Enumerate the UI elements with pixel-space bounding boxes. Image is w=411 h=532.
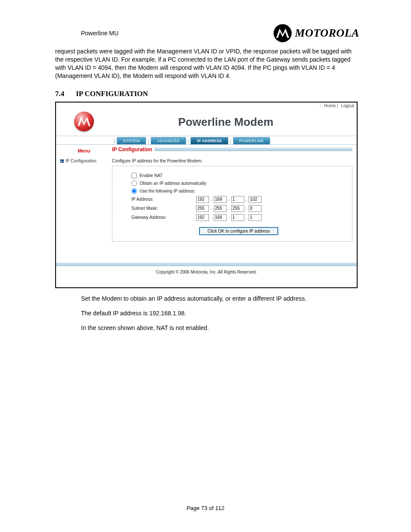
subnet-mask-label: Subnet Mask: (131, 206, 196, 211)
section-heading: 7.4 IP CONFIGURATION (55, 90, 359, 98)
ok-button[interactable]: Click OK to configure IP address (199, 227, 278, 235)
page-number: Page 73 of 112 (0, 505, 411, 511)
ip-octet-1[interactable] (196, 196, 209, 203)
tab-bar: | SYSTEM | ADVANCED | IP ADDRESS | POWER… (56, 136, 357, 145)
home-link[interactable]: Home (324, 103, 336, 108)
ip-octet-4[interactable] (249, 196, 262, 203)
gw-octet-1[interactable] (196, 214, 209, 221)
sidebar-item-ip-configuration[interactable]: IP Configuration (59, 158, 109, 164)
menu-bullet-icon (60, 159, 64, 163)
after-para-1: Set the Modem to obtain an IP address au… (55, 294, 359, 303)
sidebar: Menu IP Configuration (56, 145, 112, 257)
use-following-label: Use the following IP address: (140, 189, 195, 193)
panel-description: Configure IP address for the Powerline M… (112, 159, 352, 163)
section-title: IP CONFIGURATION (76, 90, 148, 98)
embedded-screenshot: ⌂ Home | Logout Powerline Modem | SYSTEM… (55, 102, 358, 288)
doc-title: Powerline MU (55, 30, 118, 37)
config-box: Enable NAT Obtain an IP address automati… (112, 166, 352, 242)
after-para-3: In the screen shown above, NAT is not en… (55, 324, 359, 332)
mask-octet-1[interactable] (196, 205, 209, 212)
tab-advanced[interactable]: ADVANCED (151, 137, 186, 144)
tab-ip-address[interactable]: IP ADDRESS (190, 137, 228, 144)
intro-paragraph: request packets were tagged with the Man… (55, 47, 359, 80)
enable-nat-checkbox[interactable] (131, 173, 137, 178)
copyright: Copyright © 2006 Motorola, Inc. All Righ… (56, 266, 357, 287)
app-logo-icon (74, 112, 94, 131)
motorola-logo-icon (274, 24, 292, 42)
gw-octet-3[interactable] (231, 214, 244, 221)
tab-powerline[interactable]: POWERLINE (233, 137, 271, 144)
obtain-auto-radio[interactable] (131, 180, 137, 186)
panel-title: IP Configuration (112, 146, 152, 152)
mask-octet-2[interactable] (214, 205, 227, 212)
main-panel: IP Configuration Configure IP address fo… (112, 145, 357, 257)
after-para-2: The default IP address is 192.168.1.98. (55, 309, 359, 317)
ip-octet-2[interactable] (214, 196, 227, 203)
brand-text: MOTOROLA (295, 27, 359, 40)
ip-address-label: IP Address: (131, 197, 196, 202)
section-number: 7.4 (55, 90, 74, 98)
document-header: Powerline MU MOTOROLA (55, 24, 359, 42)
footer-bar (56, 263, 357, 266)
obtain-auto-label: Obtain an IP address automatically (140, 181, 206, 186)
app-header: Powerline Modem (56, 109, 357, 136)
gw-octet-2[interactable] (214, 214, 227, 221)
logout-link[interactable]: Logout (341, 103, 354, 108)
ip-octet-3[interactable] (231, 196, 244, 203)
tab-system[interactable]: SYSTEM (117, 137, 146, 144)
mask-octet-3[interactable] (231, 205, 244, 212)
enable-nat-label: Enable NAT (140, 173, 162, 178)
menu-heading: Menu (59, 146, 109, 158)
app-title: Powerline Modem (112, 115, 357, 129)
gateway-address-label: Gateway Address: (131, 215, 196, 220)
mask-octet-4[interactable] (249, 205, 262, 212)
home-icon: ⌂ (319, 103, 321, 108)
top-links: ⌂ Home | Logout (56, 103, 357, 109)
panel-title-bar (155, 148, 352, 151)
gw-octet-4[interactable] (249, 214, 262, 221)
brand: MOTOROLA (274, 24, 359, 42)
use-following-radio[interactable] (131, 188, 137, 194)
